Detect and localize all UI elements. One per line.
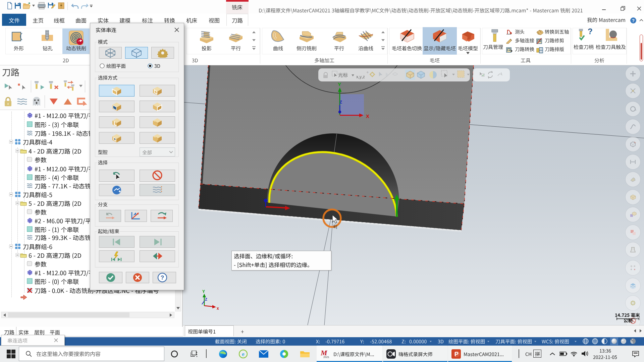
svg-text:P: P	[454, 351, 459, 358]
svg-text:+: +	[366, 70, 369, 75]
svg-text:Y: Y	[338, 81, 341, 87]
svg-text:X: X	[366, 113, 369, 119]
svg-text:e: e	[242, 351, 245, 357]
svg-text:x: x	[217, 306, 219, 311]
svg-text:?: ?	[161, 275, 164, 281]
svg-text:?: ?	[632, 18, 635, 23]
svg-text:Z: Z	[339, 100, 342, 105]
svg-text:2021: 2021	[323, 356, 329, 359]
svg-text:Z: Z	[205, 297, 207, 301]
svg-text:E|: E|	[333, 224, 337, 229]
svg-text:Y: Y	[202, 289, 205, 294]
svg-text:?: ?	[588, 28, 592, 36]
